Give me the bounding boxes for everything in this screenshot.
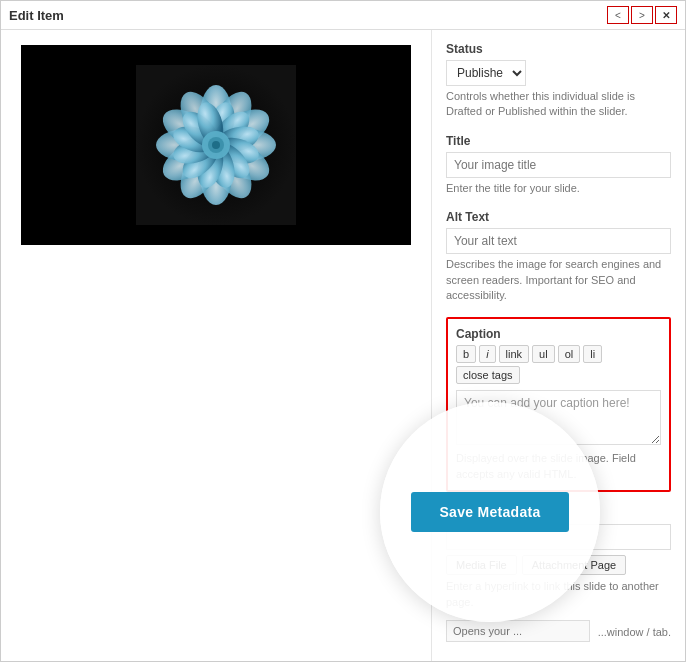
opens-partial-row: ...window / tab. bbox=[446, 620, 671, 642]
slide-image-container bbox=[21, 45, 411, 245]
title-section: Title Enter the title for your slide. bbox=[446, 134, 671, 196]
caption-bold-btn[interactable]: b bbox=[456, 345, 476, 363]
title-bar-controls: < > ✕ bbox=[607, 6, 677, 24]
svg-point-27 bbox=[212, 141, 220, 149]
alt-text-section: Alt Text Describes the image for search … bbox=[446, 210, 671, 303]
status-hint: Controls whether this individual slide i… bbox=[446, 89, 671, 120]
prev-button[interactable]: < bbox=[607, 6, 629, 24]
caption-italic-btn[interactable]: i bbox=[479, 345, 495, 363]
title-label: Title bbox=[446, 134, 671, 148]
opens-section: ...window / tab. bbox=[446, 620, 671, 642]
title-input[interactable] bbox=[446, 152, 671, 178]
flower-image bbox=[136, 65, 296, 225]
caption-ul-btn[interactable]: ul bbox=[532, 345, 555, 363]
caption-close-tags-btn[interactable]: close tags bbox=[456, 366, 520, 384]
title-bar: Edit Item < > ✕ bbox=[1, 1, 685, 30]
caption-label: Caption bbox=[456, 327, 661, 341]
spotlight-overlay: Save Metadata bbox=[380, 402, 600, 622]
opens-hint: ...window / tab. bbox=[598, 625, 671, 640]
caption-li-btn[interactable]: li bbox=[583, 345, 602, 363]
caption-toolbar: b i link ul ol li close tags bbox=[456, 345, 661, 384]
window-title: Edit Item bbox=[9, 8, 64, 23]
alt-text-label: Alt Text bbox=[446, 210, 671, 224]
status-label: Status bbox=[446, 42, 671, 56]
opens-input[interactable] bbox=[446, 620, 590, 642]
caption-ol-btn[interactable]: ol bbox=[558, 345, 581, 363]
close-button[interactable]: ✕ bbox=[655, 6, 677, 24]
title-hint: Enter the title for your slide. bbox=[446, 181, 671, 196]
alt-text-hint: Describes the image for search engines a… bbox=[446, 257, 671, 303]
status-section: Status Published ⁞ Draft Controls whethe… bbox=[446, 42, 671, 120]
save-metadata-button[interactable]: Save Metadata bbox=[411, 492, 568, 532]
alt-text-input[interactable] bbox=[446, 228, 671, 254]
status-select[interactable]: Published ⁞ Draft bbox=[446, 60, 526, 86]
left-panel bbox=[1, 30, 431, 661]
next-button[interactable]: > bbox=[631, 6, 653, 24]
caption-link-btn[interactable]: link bbox=[499, 345, 530, 363]
